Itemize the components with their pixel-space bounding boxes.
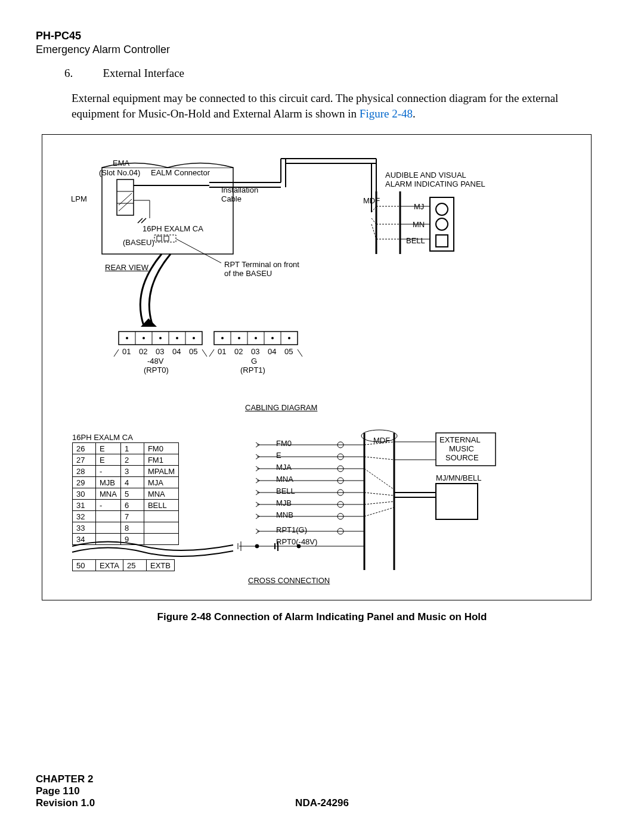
label-rpt0-b: (RPT0): [144, 366, 169, 374]
svg-line-54: [177, 239, 221, 263]
label-rpt-front-a: RPT Terminal on front: [224, 260, 299, 269]
sig-mnb: MNB: [276, 510, 293, 519]
svg-line-81: [364, 457, 394, 460]
label-cabling-diagram: CABLING DIAGRAM: [245, 403, 317, 412]
svg-line-85: [364, 507, 394, 516]
section-number: 6.: [64, 67, 100, 80]
footer-center: NDA-24296: [0, 797, 644, 809]
term-a-02: 02: [139, 347, 147, 356]
table-row: 27E2FM1: [73, 454, 179, 466]
svg-point-27: [436, 203, 448, 215]
svg-point-74: [255, 544, 259, 548]
svg-line-84: [364, 501, 394, 504]
label-exalm-ca: 16PH EXALM CA: [143, 224, 203, 233]
table-row: 26E1FM0: [73, 443, 179, 454]
label-rpt1-b: (RPT1): [240, 366, 265, 374]
section-heading: 6. External Interface: [64, 67, 608, 80]
svg-line-52: [209, 349, 214, 357]
label-cross-connection: CROSS CONNECTION: [248, 576, 330, 585]
body-text-a: External equipment may be connected to t…: [72, 92, 558, 120]
svg-line-53: [298, 349, 302, 357]
label-ext-music-c: SOURCE: [445, 453, 479, 462]
table-row: 338: [73, 522, 179, 534]
footer-chapter: CHAPTER 2: [36, 773, 608, 785]
term-b-05: 05: [284, 347, 293, 356]
table-row: 50EXTA25EXTB: [73, 560, 175, 571]
term-a-05: 05: [189, 347, 197, 356]
svg-point-38: [238, 337, 240, 339]
sig-rpt1g: RPT1(G): [276, 525, 307, 534]
label-mdf: MDF: [363, 196, 380, 205]
term-a-01: 01: [122, 347, 131, 356]
sig-e: E: [276, 451, 281, 460]
svg-line-82: [364, 469, 394, 490]
table-row: 31-6BELL: [73, 500, 179, 511]
label-rpt0-a: -48V: [147, 357, 163, 366]
label-mn: MN: [413, 220, 425, 229]
sig-mna: MNA: [276, 475, 293, 484]
term-b-04: 04: [268, 347, 276, 356]
term-b-02: 02: [234, 347, 243, 356]
svg-point-28: [436, 218, 448, 230]
pin-table-tail: 50EXTA25EXTB: [72, 559, 175, 571]
svg-point-36: [193, 337, 195, 339]
sig-bell: BELL: [276, 487, 295, 496]
page: PH-PC45 Emergency Alarm Controller 6. Ex…: [0, 0, 644, 833]
sig-mjb: MJB: [276, 498, 292, 507]
label-rpt1-a: G: [251, 357, 257, 366]
svg-point-37: [221, 337, 224, 339]
label-ext-music-b: MUSIC: [449, 444, 474, 453]
product-subtitle: Emergency Alarm Controller: [36, 44, 608, 56]
svg-line-83: [364, 493, 394, 496]
label-install-b: Cable: [221, 194, 242, 203]
table-row: 29MJB4MJA: [73, 477, 179, 488]
label-exalm-ca-2: 16PH EXALM CA: [72, 433, 133, 442]
footer-page: Page 110: [36, 785, 608, 797]
label-bell: BELL: [406, 236, 425, 245]
term-b-01: 01: [218, 347, 226, 356]
figure-caption: Figure 2-48 Connection of Alarm Indicati…: [36, 611, 608, 623]
svg-line-50: [114, 349, 119, 357]
label-slot: (Slot No.04): [99, 168, 140, 177]
label-install-a: Installation: [221, 185, 258, 194]
table-row: 327: [73, 511, 179, 522]
label-rpt-front-b: of the BASEU: [224, 269, 272, 278]
header-block: PH-PC45 Emergency Alarm Controller: [36, 30, 608, 56]
label-rear-view: REAR VIEW: [105, 263, 148, 272]
sig-mja: MJA: [276, 463, 292, 472]
label-ema: EMA: [113, 159, 129, 168]
label-audvis-a: AUDIBLE AND VISUAL: [385, 171, 466, 179]
label-ealm-connector: EALM Connector: [151, 168, 210, 177]
figure-reference-link[interactable]: Figure 2-48: [360, 107, 413, 120]
svg-rect-26: [430, 197, 454, 251]
label-baseu: (BASEU): [123, 238, 154, 247]
figure-container: EMA (Slot No.04) EALM Connector Installa…: [42, 134, 592, 600]
table-row: 30MNA5MNA: [73, 488, 179, 500]
term-a-04: 04: [172, 347, 181, 356]
label-mj-mn-bell: MJ/MN/BELL: [436, 473, 482, 482]
svg-point-32: [126, 337, 128, 339]
svg-line-51: [202, 349, 207, 357]
product-code: PH-PC45: [36, 30, 608, 42]
svg-point-39: [255, 337, 257, 339]
term-b-03: 03: [251, 347, 259, 356]
pin-table: 26E1FM0 27E2FM1 28-3MPALM 29MJB4MJA 30MN…: [72, 442, 179, 545]
footer-doc-number: NDA-24296: [295, 797, 349, 809]
section-title: External Interface: [103, 67, 184, 79]
svg-rect-5: [157, 236, 162, 241]
section-body: External equipment may be connected to t…: [72, 91, 608, 121]
label-audvis-b: ALARM INDICATING PANEL: [385, 179, 485, 188]
svg-point-40: [271, 337, 274, 339]
label-ext-music-a: EXTERNAL: [439, 435, 481, 444]
sig-fm0: FM0: [276, 439, 292, 448]
svg-point-41: [288, 337, 290, 339]
svg-point-34: [159, 337, 162, 339]
table-row: 28-3MPALM: [73, 466, 179, 477]
table-row: 349: [73, 534, 179, 545]
svg-point-35: [176, 337, 178, 339]
svg-rect-1: [117, 179, 134, 215]
svg-rect-91: [436, 484, 478, 519]
body-text-b: .: [413, 107, 416, 120]
svg-rect-6: [164, 236, 169, 241]
label-mj: MJ: [414, 202, 424, 211]
